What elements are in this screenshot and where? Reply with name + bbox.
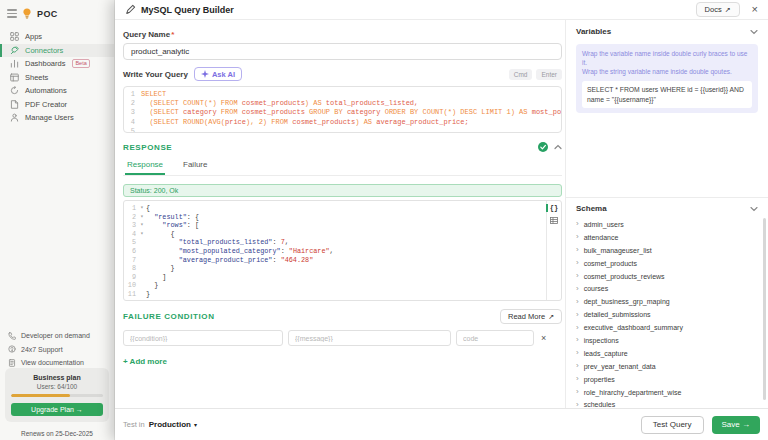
sidebar-item-automations[interactable]: Automations xyxy=(0,84,114,98)
add-more-button[interactable]: + Add more xyxy=(123,357,562,366)
collapse-response-icon[interactable] xyxy=(554,144,562,150)
pdf-icon xyxy=(10,99,20,109)
line-number: 4 xyxy=(124,230,138,239)
viewer-mode-rail: {} xyxy=(546,201,561,300)
schema-table-dept-business-grp-maping[interactable]: ›dept_business_grp_maping xyxy=(566,295,768,308)
plan-users-count: Users: 64/100 xyxy=(11,383,103,390)
json-view-button[interactable]: {} xyxy=(546,204,560,212)
schema-table-schedules[interactable]: ›schedules xyxy=(566,398,768,408)
schema-table-label: attendance xyxy=(584,234,619,241)
fold-caret-icon[interactable]: ▾ xyxy=(138,213,146,222)
schema-table-detailed-submissions[interactable]: ›detailed_submissions xyxy=(566,308,768,321)
code-line: 7 "average_product_price": "464.28" xyxy=(124,256,546,265)
support-icon xyxy=(8,345,16,353)
users-icon xyxy=(10,113,20,123)
schema-table-attendance[interactable]: ›attendance xyxy=(566,231,768,244)
close-icon[interactable]: × xyxy=(752,4,758,15)
schema-table-leads-capture[interactable]: ›leads_capture xyxy=(566,347,768,360)
read-more-button[interactable]: Read More ↗ xyxy=(500,309,562,324)
code-line: 3 (SELECT category FROM cosmet_products … xyxy=(124,108,561,117)
sidebar-link-24x7-support[interactable]: 24x7 Support xyxy=(0,343,114,357)
schema-table-bulk-manageuser-list[interactable]: ›bulk_manageuser_list xyxy=(566,244,768,257)
remove-condition-icon[interactable]: × xyxy=(541,333,546,343)
line-number: 8 xyxy=(124,264,138,273)
chevron-right-icon: › xyxy=(576,324,579,332)
variables-tip-box: Wrap the variable name inside double cur… xyxy=(576,44,758,113)
hamburger-menu-icon[interactable] xyxy=(7,9,17,18)
failure-input--condition-[interactable] xyxy=(123,330,283,346)
sidebar-item-connectors[interactable]: Connectors xyxy=(0,44,114,58)
variables-tip-line1: Wrap the variable name inside double cur… xyxy=(582,49,752,67)
drawer-title: MySQL Query Builder xyxy=(141,5,234,15)
phone-icon xyxy=(8,332,16,340)
schema-table-role-hirarchy-department-wise[interactable]: ›role_hirarchy_department_wise xyxy=(566,386,768,399)
failure-input--message-[interactable] xyxy=(288,330,451,346)
sidebar-item-dashboards[interactable]: DashboardsBeta xyxy=(0,57,114,71)
fold-caret-icon[interactable]: ▾ xyxy=(138,230,146,239)
schema-table-properties[interactable]: ›properties xyxy=(566,373,768,386)
query-name-input[interactable] xyxy=(123,43,562,60)
line-number: 4 xyxy=(124,118,141,127)
shortcut-hints: CmdEnter xyxy=(509,69,562,80)
sidebar-link-developer-on-demand[interactable]: Developer on demand xyxy=(0,329,114,343)
json-content[interactable]: 1▾{2▾ "result": {3▾ "rows": [4▾ {5 "tota… xyxy=(124,201,546,300)
schema-table-cosmet-products-reviews[interactable]: ›cosmet_products_reviews xyxy=(566,270,768,283)
sidebar-item-sheets[interactable]: Sheets xyxy=(0,71,114,85)
fold-caret-icon xyxy=(138,256,146,265)
schema-table-label: properties xyxy=(584,376,615,383)
write-query-label: Write Your Query xyxy=(123,70,188,79)
sidebar-item-apps[interactable]: Apps xyxy=(0,30,114,44)
tab-response[interactable]: Response xyxy=(125,157,165,175)
schema-table-label: bulk_manageuser_list xyxy=(584,247,652,254)
chevron-right-icon: › xyxy=(576,220,579,228)
schema-table-label: inspections xyxy=(584,337,619,344)
schema-table-label: schedules xyxy=(584,401,616,408)
code-line: 1▾{ xyxy=(124,204,546,213)
line-number: 1 xyxy=(124,90,141,99)
query-pen-icon xyxy=(125,4,136,15)
line-number: 2 xyxy=(124,213,138,222)
schema-table-executive-dashboard-summary[interactable]: ›executive_dashboard_summary xyxy=(566,321,768,334)
line-number: 1 xyxy=(124,204,138,213)
schema-table-label: admin_users xyxy=(584,221,624,228)
schema-table-inspections[interactable]: ›inspections xyxy=(566,334,768,347)
sidebar-item-label: Connectors xyxy=(25,46,63,55)
tab-failure[interactable]: Failure xyxy=(181,157,209,175)
schema-table-courses[interactable]: ›courses xyxy=(566,282,768,295)
code-line: 5 "total_products_listed": 7, xyxy=(124,238,546,247)
docs-button[interactable]: Docs ↗ xyxy=(696,2,740,17)
save-button[interactable]: Save → xyxy=(712,416,760,434)
line-number: 2 xyxy=(124,99,141,108)
schema-table-cosmet-products[interactable]: ›cosmet_products xyxy=(566,257,768,270)
chevron-down-icon[interactable] xyxy=(750,29,758,35)
test-query-button[interactable]: Test Query xyxy=(641,416,704,434)
chevron-down-icon[interactable] xyxy=(750,206,758,212)
sql-editor[interactable]: 1SELECT2 (SELECT COUNT(*) FROM cosmet_pr… xyxy=(123,86,562,133)
failure-input-code[interactable] xyxy=(456,330,534,346)
sidebar-item-pdf-creator[interactable]: PDF Creator xyxy=(0,98,114,112)
environment-select[interactable]: Production ▾ xyxy=(149,420,197,429)
ask-ai-button[interactable]: Ask AI xyxy=(194,67,242,81)
schema-scrollbar[interactable] xyxy=(763,218,766,400)
beta-badge: Beta xyxy=(72,59,89,68)
test-in-label: Test in xyxy=(123,420,145,429)
helper-panel: Variables Wrap the variable name inside … xyxy=(565,20,768,408)
chevron-right-icon: › xyxy=(576,246,579,254)
schema-table-label: leads_capture xyxy=(584,350,628,357)
schema-table-prev-year-tenant-data[interactable]: ›prev_year_tenant_data xyxy=(566,360,768,373)
upgrade-plan-button[interactable]: Upgrade Plan → xyxy=(11,403,103,416)
schema-table-admin-users[interactable]: ›admin_users xyxy=(566,218,768,231)
line-number: 5 xyxy=(124,127,141,133)
table-view-button[interactable] xyxy=(547,217,561,224)
code-line: 2 (SELECT COUNT(*) FROM cosmet_products)… xyxy=(124,99,561,108)
line-number: 11 xyxy=(124,290,138,299)
fold-caret-icon[interactable]: ▾ xyxy=(138,204,146,213)
code-line: 5 xyxy=(124,127,561,133)
drawer-header: MySQL Query Builder Docs ↗ × xyxy=(115,0,768,20)
chevron-right-icon: › xyxy=(576,401,579,408)
fold-caret-icon xyxy=(138,247,146,256)
sidebar-item-manage-users[interactable]: Manage Users xyxy=(0,111,114,125)
fold-caret-icon[interactable]: ▾ xyxy=(138,221,146,230)
plan-usage-bar xyxy=(11,394,103,397)
schema-table-label: cosmet_products xyxy=(584,260,637,267)
